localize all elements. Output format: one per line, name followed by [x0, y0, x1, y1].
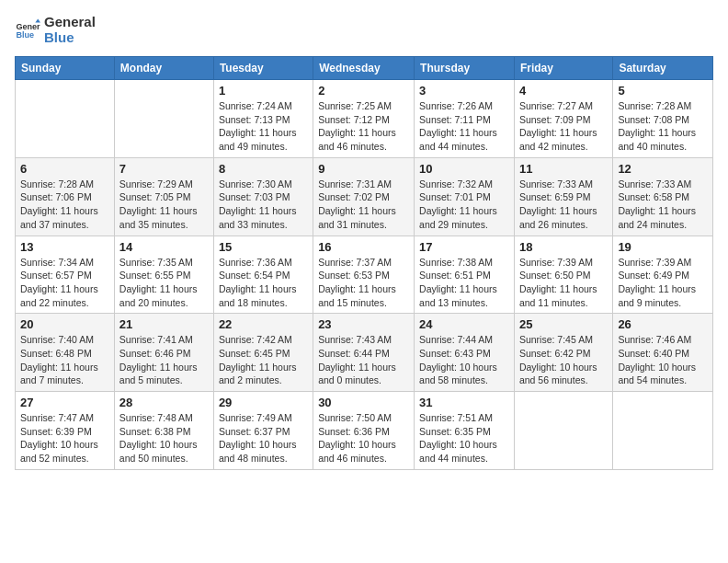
day-number: 24 [419, 317, 509, 331]
day-content: Sunrise: 7:39 AMSunset: 6:49 PMDaylight:… [618, 256, 708, 310]
calendar-day-27: 27Sunrise: 7:47 AMSunset: 6:39 PMDayligh… [16, 392, 115, 470]
day-number: 2 [318, 84, 409, 98]
day-number: 28 [119, 396, 209, 409]
calendar-day-3: 3Sunrise: 7:26 AMSunset: 7:11 PMDaylight… [415, 80, 515, 158]
calendar-day-16: 16Sunrise: 7:37 AMSunset: 6:53 PMDayligh… [313, 236, 415, 314]
day-number: 16 [318, 240, 409, 254]
calendar-day-30: 30Sunrise: 7:50 AMSunset: 6:36 PMDayligh… [313, 392, 415, 470]
day-number: 26 [618, 317, 708, 331]
day-number: 4 [519, 84, 608, 98]
calendar-week-row: 27Sunrise: 7:47 AMSunset: 6:39 PMDayligh… [16, 392, 713, 470]
day-number: 17 [419, 240, 509, 254]
logo-icon: General Blue [15, 17, 40, 43]
calendar-day-14: 14Sunrise: 7:35 AMSunset: 6:55 PMDayligh… [114, 236, 213, 314]
calendar-day-29: 29Sunrise: 7:49 AMSunset: 6:37 PMDayligh… [213, 392, 313, 470]
day-content: Sunrise: 7:32 AMSunset: 7:01 PMDaylight:… [419, 178, 509, 232]
day-content: Sunrise: 7:45 AMSunset: 6:42 PMDaylight:… [519, 333, 608, 387]
day-content: Sunrise: 7:33 AMSunset: 6:58 PMDaylight:… [618, 178, 708, 232]
day-number: 31 [419, 396, 509, 409]
calendar-day-22: 22Sunrise: 7:42 AMSunset: 6:45 PMDayligh… [213, 314, 313, 392]
day-number: 25 [519, 317, 608, 331]
day-content: Sunrise: 7:34 AMSunset: 6:57 PMDaylight:… [20, 256, 109, 310]
day-content: Sunrise: 7:36 AMSunset: 6:54 PMDaylight:… [219, 256, 308, 310]
calendar-header-saturday: Saturday [613, 57, 713, 80]
calendar-day-10: 10Sunrise: 7:32 AMSunset: 7:01 PMDayligh… [415, 157, 515, 236]
day-content: Sunrise: 7:24 AMSunset: 7:13 PMDaylight:… [219, 99, 308, 154]
day-content: Sunrise: 7:25 AMSunset: 7:12 PMDaylight:… [318, 99, 409, 154]
day-number: 22 [219, 317, 308, 331]
calendar-day-5: 5Sunrise: 7:28 AMSunset: 7:08 PMDaylight… [613, 80, 713, 158]
calendar-header-row: SundayMondayTuesdayWednesdayThursdayFrid… [16, 57, 713, 80]
calendar-day-11: 11Sunrise: 7:33 AMSunset: 6:59 PMDayligh… [514, 157, 612, 236]
day-number: 15 [219, 240, 308, 254]
day-content: Sunrise: 7:35 AMSunset: 6:55 PMDaylight:… [119, 256, 209, 310]
day-number: 12 [618, 162, 708, 176]
day-content: Sunrise: 7:46 AMSunset: 6:40 PMDaylight:… [618, 333, 708, 387]
day-content: Sunrise: 7:29 AMSunset: 7:05 PMDaylight:… [119, 178, 209, 232]
day-content: Sunrise: 7:41 AMSunset: 6:46 PMDaylight:… [119, 333, 209, 387]
calendar-header-friday: Friday [514, 57, 612, 80]
calendar-day-26: 26Sunrise: 7:46 AMSunset: 6:40 PMDayligh… [613, 314, 713, 392]
day-number: 3 [419, 84, 509, 98]
calendar-day-24: 24Sunrise: 7:44 AMSunset: 6:43 PMDayligh… [415, 314, 515, 392]
day-content: Sunrise: 7:42 AMSunset: 6:45 PMDaylight:… [219, 333, 308, 387]
day-content: Sunrise: 7:38 AMSunset: 6:51 PMDaylight:… [419, 256, 509, 310]
calendar-day-17: 17Sunrise: 7:38 AMSunset: 6:51 PMDayligh… [415, 236, 515, 314]
calendar-header-wednesday: Wednesday [313, 57, 415, 80]
day-number: 21 [119, 317, 209, 331]
day-content: Sunrise: 7:33 AMSunset: 6:59 PMDaylight:… [519, 178, 608, 232]
day-content: Sunrise: 7:40 AMSunset: 6:48 PMDaylight:… [20, 333, 109, 387]
calendar-week-row: 13Sunrise: 7:34 AMSunset: 6:57 PMDayligh… [16, 236, 713, 314]
calendar-week-row: 20Sunrise: 7:40 AMSunset: 6:48 PMDayligh… [16, 314, 713, 392]
calendar-day-7: 7Sunrise: 7:29 AMSunset: 7:05 PMDaylight… [114, 157, 213, 236]
day-content: Sunrise: 7:31 AMSunset: 7:02 PMDaylight:… [318, 178, 409, 232]
calendar-table: SundayMondayTuesdayWednesdayThursdayFrid… [15, 56, 713, 470]
calendar-week-row: 6Sunrise: 7:28 AMSunset: 7:06 PMDaylight… [16, 157, 713, 236]
day-number: 10 [419, 162, 509, 176]
calendar-day-21: 21Sunrise: 7:41 AMSunset: 6:46 PMDayligh… [114, 314, 213, 392]
day-number: 19 [618, 240, 708, 254]
calendar-empty-cell [613, 392, 713, 470]
svg-text:Blue: Blue [16, 30, 34, 40]
day-number: 1 [219, 84, 308, 98]
day-number: 27 [20, 396, 109, 409]
day-content: Sunrise: 7:30 AMSunset: 7:03 PMDaylight:… [219, 178, 308, 232]
calendar-day-8: 8Sunrise: 7:30 AMSunset: 7:03 PMDaylight… [213, 157, 313, 236]
calendar-day-23: 23Sunrise: 7:43 AMSunset: 6:44 PMDayligh… [313, 314, 415, 392]
calendar-day-12: 12Sunrise: 7:33 AMSunset: 6:58 PMDayligh… [613, 157, 713, 236]
day-content: Sunrise: 7:48 AMSunset: 6:38 PMDaylight:… [119, 411, 209, 465]
calendar-day-28: 28Sunrise: 7:48 AMSunset: 6:38 PMDayligh… [114, 392, 213, 470]
day-number: 13 [20, 240, 109, 254]
calendar-day-4: 4Sunrise: 7:27 AMSunset: 7:09 PMDaylight… [514, 80, 612, 158]
day-number: 6 [20, 162, 109, 176]
day-content: Sunrise: 7:27 AMSunset: 7:09 PMDaylight:… [519, 99, 608, 154]
calendar-day-6: 6Sunrise: 7:28 AMSunset: 7:06 PMDaylight… [16, 157, 115, 236]
day-number: 20 [20, 317, 109, 331]
svg-marker-2 [35, 18, 40, 22]
page-header: General Blue General Blue [15, 15, 713, 45]
calendar-header-monday: Monday [114, 57, 213, 80]
svg-text:General: General [16, 21, 40, 30]
calendar-day-20: 20Sunrise: 7:40 AMSunset: 6:48 PMDayligh… [16, 314, 115, 392]
calendar-day-13: 13Sunrise: 7:34 AMSunset: 6:57 PMDayligh… [16, 236, 115, 314]
day-number: 23 [318, 317, 409, 331]
day-content: Sunrise: 7:50 AMSunset: 6:36 PMDaylight:… [318, 411, 409, 465]
calendar-day-18: 18Sunrise: 7:39 AMSunset: 6:50 PMDayligh… [514, 236, 612, 314]
calendar-empty-cell [16, 80, 115, 158]
day-number: 8 [219, 162, 308, 176]
calendar-empty-cell [514, 392, 612, 470]
calendar-week-row: 1Sunrise: 7:24 AMSunset: 7:13 PMDaylight… [16, 80, 713, 158]
calendar-header-sunday: Sunday [16, 57, 115, 80]
calendar-empty-cell [114, 80, 213, 158]
day-number: 9 [318, 162, 409, 176]
day-number: 11 [519, 162, 608, 176]
day-content: Sunrise: 7:51 AMSunset: 6:35 PMDaylight:… [419, 411, 509, 465]
day-content: Sunrise: 7:26 AMSunset: 7:11 PMDaylight:… [419, 99, 509, 154]
calendar-day-1: 1Sunrise: 7:24 AMSunset: 7:13 PMDaylight… [213, 80, 313, 158]
calendar-day-15: 15Sunrise: 7:36 AMSunset: 6:54 PMDayligh… [213, 236, 313, 314]
day-number: 5 [618, 84, 708, 98]
day-content: Sunrise: 7:39 AMSunset: 6:50 PMDaylight:… [519, 256, 608, 310]
day-content: Sunrise: 7:47 AMSunset: 6:39 PMDaylight:… [20, 411, 109, 465]
day-number: 7 [119, 162, 209, 176]
calendar-day-25: 25Sunrise: 7:45 AMSunset: 6:42 PMDayligh… [514, 314, 612, 392]
